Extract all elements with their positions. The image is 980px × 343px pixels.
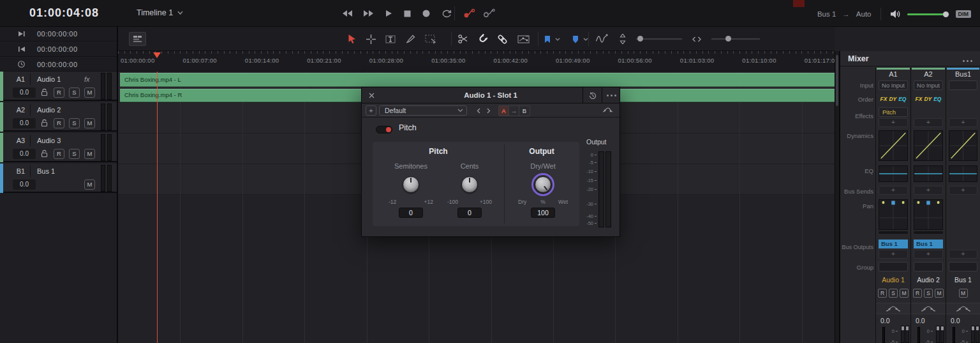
bypass-button[interactable]: [602, 106, 613, 114]
add-bus-output-button[interactable]: +: [949, 250, 977, 259]
pen-tool-button[interactable]: [405, 34, 415, 44]
keyframe-mode-button[interactable]: [517, 34, 530, 44]
marker-color-dropdown[interactable]: [583, 38, 588, 41]
semitones-knob[interactable]: [403, 176, 419, 193]
flag-button[interactable]: [544, 35, 551, 43]
record-arm-button[interactable]: R: [54, 118, 64, 128]
bus-output-badge[interactable]: Bus 1: [879, 240, 908, 248]
track-header-a3[interactable]: A3Audio 30.0RSM: [0, 133, 117, 162]
eq-graph[interactable]: [914, 165, 943, 182]
order-badges[interactable]: FXDYEQ: [876, 94, 910, 104]
mute-button[interactable]: M: [900, 289, 909, 298]
lock-icon[interactable]: [41, 149, 48, 158]
vertical-zoom-slider[interactable]: [636, 38, 682, 40]
timeline-view-options-button[interactable]: [129, 32, 146, 46]
monitor-volume-slider[interactable]: [907, 13, 949, 15]
loop-button[interactable]: [442, 10, 452, 18]
horizontal-zoom-button[interactable]: [692, 36, 701, 42]
track-header-a2[interactable]: A2Audio 20.0RSM: [0, 102, 117, 132]
automation-settings-button[interactable]: [482, 8, 496, 19]
keyframe-select-tool-button[interactable]: [425, 34, 436, 44]
solo-button[interactable]: S: [924, 289, 933, 298]
mixer-track-name[interactable]: Audio 1: [876, 276, 910, 284]
solo-button[interactable]: S: [69, 88, 80, 98]
mute-button[interactable]: M: [935, 289, 944, 298]
track-fx-badge[interactable]: fx: [84, 73, 90, 85]
record-arm-button[interactable]: R: [878, 289, 887, 298]
dynamics-graph[interactable]: [879, 130, 908, 161]
monitor-mode-label[interactable]: Auto: [856, 10, 872, 18]
record-arm-button[interactable]: R: [54, 88, 64, 98]
plugin-title-bar[interactable]: Audio 1 - Slot 1: [362, 88, 620, 103]
cents-value-field[interactable]: 0: [457, 208, 482, 218]
audio-clip-left-channel[interactable]: Chris Boxing.mp4 - L: [120, 73, 835, 87]
mixer-track-name[interactable]: Bus 1: [946, 276, 980, 284]
timeline-ruler[interactable]: 01:00:00:0001:00:07:0001:00:14:0001:00:2…: [118, 51, 835, 72]
fader-area[interactable]: 0-5: [911, 326, 946, 343]
dynamics-graph[interactable]: [949, 130, 977, 161]
horizontal-zoom-slider[interactable]: [711, 38, 760, 40]
input-selector[interactable]: No Input: [914, 80, 943, 90]
ab-compare-a-button[interactable]: A: [499, 106, 509, 116]
solo-button[interactable]: S: [69, 118, 80, 128]
plugin-options-button[interactable]: [602, 88, 621, 103]
marker-button[interactable]: [572, 35, 579, 43]
monitor-bus-label[interactable]: Bus 1: [817, 10, 836, 18]
fader-slot[interactable]: [882, 327, 885, 343]
eq-graph[interactable]: [879, 165, 908, 182]
pan-slider[interactable]: [914, 231, 943, 234]
effect-slot[interactable]: Pitch: [879, 107, 908, 117]
solo-button[interactable]: S: [889, 289, 898, 298]
mixer-options-button[interactable]: [963, 60, 972, 62]
mixer-strip-header[interactable]: A1: [876, 70, 910, 78]
automation-curve-button[interactable]: [946, 303, 980, 314]
cents-knob[interactable]: [461, 176, 478, 193]
razor-tool-button[interactable]: [458, 34, 468, 44]
link-button[interactable]: [497, 34, 508, 45]
input-selector[interactable]: No Input: [879, 80, 908, 90]
scrollbar-thumb[interactable]: [836, 55, 838, 106]
group-field[interactable]: [879, 262, 908, 271]
add-effect-button[interactable]: +: [879, 118, 908, 127]
previous-preset-button[interactable]: [474, 105, 483, 116]
record-arm-button[interactable]: R: [54, 149, 64, 159]
trim-edit-tool-button[interactable]: [385, 34, 396, 44]
track-volume-field[interactable]: 0.0: [13, 88, 36, 98]
add-bus-output-button[interactable]: +: [914, 250, 943, 259]
dim-button[interactable]: DIM: [956, 10, 972, 18]
preset-dropdown[interactable]: Default: [379, 105, 467, 116]
mute-button[interactable]: M: [84, 149, 95, 159]
timeline-scrollbar[interactable]: [835, 51, 840, 343]
ab-compare-b-button[interactable]: B: [519, 106, 530, 116]
automation-curve-button[interactable]: [911, 303, 946, 314]
mute-button[interactable]: M: [959, 289, 968, 298]
next-preset-button[interactable]: [484, 105, 493, 116]
solo-button[interactable]: S: [69, 149, 80, 159]
fast-forward-button[interactable]: [364, 10, 374, 17]
fader-slot[interactable]: [953, 327, 955, 343]
track-volume-field[interactable]: 0.0: [13, 118, 36, 128]
track-volume-field[interactable]: 0.0: [13, 179, 36, 190]
lock-icon[interactable]: [41, 119, 48, 127]
slider-handle[interactable]: [725, 36, 731, 42]
track-header-b1[interactable]: B1Bus 10.0M: [0, 164, 117, 193]
play-button[interactable]: [385, 10, 392, 17]
track-header-a1[interactable]: A1Audio 1fx0.0RSM: [0, 72, 117, 101]
automation-curve-button[interactable]: [876, 303, 910, 314]
pan-control[interactable]: [914, 199, 943, 230]
order-badges[interactable]: FXDYEQ: [911, 94, 946, 104]
add-effect-button[interactable]: +: [949, 118, 977, 127]
bus-send-add-button[interactable]: +: [879, 186, 908, 195]
snap-button[interactable]: [478, 34, 487, 44]
ab-copy-button[interactable]: →: [509, 106, 519, 116]
add-effect-button[interactable]: +: [914, 118, 943, 127]
track-volume-field[interactable]: 0.0: [13, 149, 36, 159]
rewind-button[interactable]: [342, 10, 352, 17]
pan-control[interactable]: [879, 199, 908, 230]
drywet-value-field[interactable]: 100: [531, 208, 555, 218]
mixer-strip-header[interactable]: Bus1: [946, 70, 980, 78]
semitones-value-field[interactable]: 0: [399, 208, 423, 218]
group-field[interactable]: [914, 262, 943, 271]
add-preset-button[interactable]: +: [366, 105, 376, 116]
lock-icon[interactable]: [41, 88, 48, 96]
